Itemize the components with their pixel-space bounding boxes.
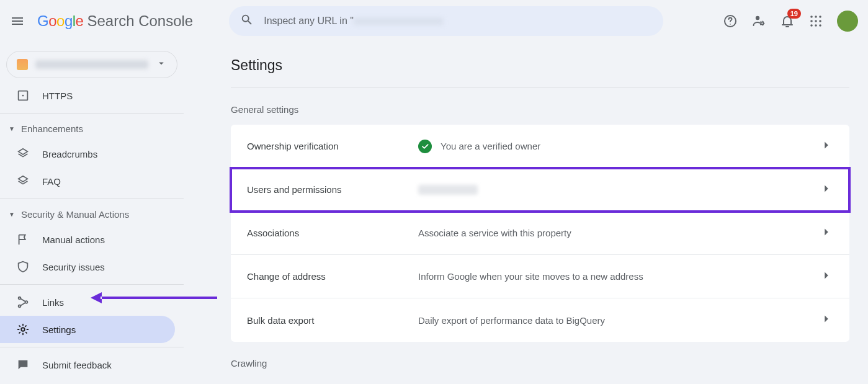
https-icon	[16, 89, 30, 102]
sidebar-section-security[interactable]: ▼ Security & Manual Actions	[0, 203, 184, 226]
sidebar-item-label: Settings	[42, 324, 76, 335]
svg-point-17	[25, 301, 28, 303]
general-settings-card: Ownership verification You are a verifie…	[231, 125, 849, 342]
svg-point-5	[815, 16, 817, 18]
svg-point-18	[21, 328, 25, 331]
svg-point-4	[810, 16, 813, 18]
property-name-blurred	[35, 60, 148, 69]
chevron-down-icon	[156, 58, 167, 71]
flag-icon	[16, 233, 30, 246]
svg-point-1	[730, 24, 731, 25]
url-inspect-searchbar[interactable]: Inspect any URL in "xxxxxxxxxxxxxxxxxx	[229, 6, 663, 36]
hamburger-menu-icon[interactable]	[10, 14, 25, 29]
faq-icon	[16, 174, 30, 188]
row-ownership-verification[interactable]: Ownership verification You are a verifie…	[231, 125, 849, 168]
sidebar-item-label: Security issues	[42, 262, 105, 272]
blurred-value	[418, 185, 478, 195]
svg-point-15	[19, 297, 21, 300]
divider	[0, 113, 184, 114]
sidebar-item-label: Links	[42, 297, 64, 308]
section-general-settings: General settings	[231, 104, 849, 115]
divider	[0, 284, 184, 285]
search-placeholder: Inspect any URL in "xxxxxxxxxxxxxxxxxx	[264, 16, 443, 27]
avatar[interactable]	[837, 11, 858, 32]
product-name: Search Console	[87, 12, 193, 30]
help-icon[interactable]	[723, 14, 738, 29]
sidebar: HTTPS ▼ Enhancements Breadcrumbs FAQ ▼ S…	[0, 42, 184, 384]
main-content: Settings General settings Ownership veri…	[184, 42, 868, 384]
divider	[0, 199, 184, 199]
caret-down-icon: ▼	[9, 125, 15, 132]
sidebar-item-https[interactable]: HTTPS	[0, 82, 184, 109]
row-value: Associate a service with this property	[418, 228, 820, 238]
row-bulk-data-export[interactable]: Bulk data export Daily export of perform…	[231, 298, 849, 342]
row-label: Associations	[247, 228, 418, 238]
sidebar-item-label: Manual actions	[42, 234, 105, 245]
svg-point-14	[22, 95, 24, 97]
svg-point-2	[756, 16, 759, 20]
apps-grid-icon[interactable]	[808, 14, 823, 29]
section-label: Security & Manual Actions	[21, 209, 129, 220]
svg-point-8	[815, 20, 817, 22]
sidebar-item-security-issues[interactable]: Security issues	[0, 253, 184, 280]
svg-point-12	[819, 24, 821, 27]
row-label: Bulk data export	[247, 315, 418, 326]
row-label: Change of address	[247, 271, 418, 282]
svg-point-10	[810, 24, 813, 27]
row-value: Inform Google when your site moves to a …	[418, 271, 820, 282]
sidebar-item-label: HTTPS	[42, 91, 73, 101]
section-label: Enhancements	[21, 123, 83, 134]
notifications-icon[interactable]: 19	[780, 14, 795, 29]
row-users-permissions[interactable]: Users and permissions	[231, 168, 849, 212]
svg-point-7	[810, 20, 813, 22]
svg-point-11	[815, 24, 817, 27]
row-label: Ownership verification	[247, 141, 418, 151]
sidebar-item-label: Breadcrumbs	[42, 149, 97, 159]
sidebar-item-links[interactable]: Links	[0, 288, 184, 316]
sidebar-item-manual-actions[interactable]: Manual actions	[0, 226, 184, 253]
links-icon	[16, 295, 30, 309]
divider	[0, 347, 184, 347]
row-label: Users and permissions	[247, 184, 418, 195]
caret-down-icon: ▼	[9, 211, 15, 218]
google-wordmark: Google	[37, 12, 83, 30]
sidebar-item-label: Submit feedback	[42, 360, 112, 370]
feedback-icon	[16, 358, 30, 372]
product-logo[interactable]: Google Search Console	[37, 12, 193, 30]
sidebar-item-label: FAQ	[42, 176, 61, 187]
search-icon	[240, 13, 254, 29]
sidebar-section-enhancements[interactable]: ▼ Enhancements	[0, 117, 184, 140]
breadcrumbs-icon	[16, 147, 30, 161]
sidebar-item-faq[interactable]: FAQ	[0, 167, 184, 195]
header-actions: 19	[723, 11, 858, 32]
gear-icon	[16, 323, 30, 336]
svg-point-16	[19, 305, 21, 308]
chevron-right-icon	[820, 225, 833, 241]
row-change-of-address[interactable]: Change of address Inform Google when you…	[231, 255, 849, 298]
chevron-right-icon	[820, 312, 833, 328]
sidebar-item-feedback[interactable]: Submit feedback	[0, 351, 184, 378]
shield-icon	[16, 260, 30, 274]
property-favicon	[17, 59, 28, 70]
svg-point-6	[819, 16, 821, 18]
chevron-right-icon	[820, 138, 833, 154]
row-value	[418, 185, 820, 195]
row-value: Daily export of performance data to BigQ…	[418, 315, 820, 326]
chevron-right-icon	[820, 182, 833, 198]
manage-account-icon[interactable]	[751, 14, 766, 29]
verified-check-icon	[418, 140, 432, 153]
notifications-badge: 19	[787, 9, 801, 19]
property-selector[interactable]	[6, 51, 177, 78]
svg-point-9	[819, 20, 821, 22]
sidebar-item-settings[interactable]: Settings	[0, 316, 175, 343]
page-title: Settings	[231, 57, 849, 88]
section-crawling: Crawling	[231, 358, 849, 368]
chevron-right-icon	[820, 269, 833, 285]
row-value: You are a verified owner	[418, 140, 820, 153]
row-associations[interactable]: Associations Associate a service with th…	[231, 212, 849, 255]
app-header: Google Search Console Inspect any URL in…	[0, 0, 868, 42]
sidebar-item-breadcrumbs[interactable]: Breadcrumbs	[0, 140, 184, 167]
